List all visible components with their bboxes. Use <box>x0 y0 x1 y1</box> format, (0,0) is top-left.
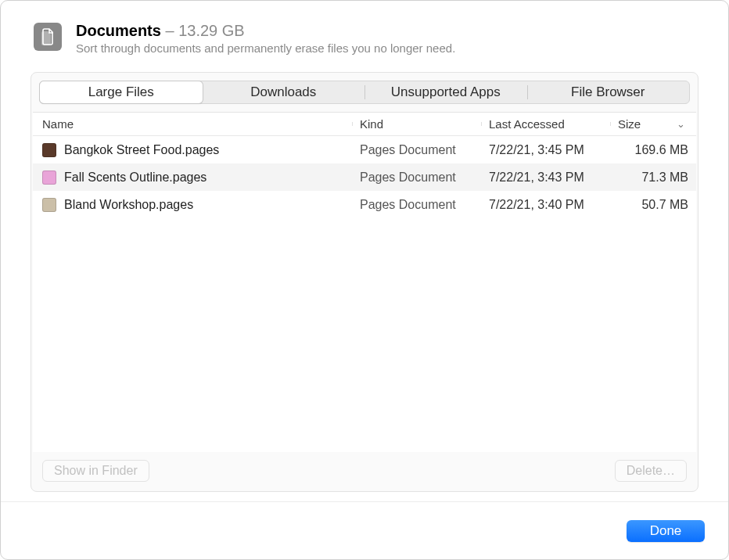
page-title: Documents – 13.29 GB <box>76 21 705 40</box>
documents-storage-window: Documents – 13.29 GB Sort through docume… <box>0 0 729 560</box>
cell-kind: Pages Document <box>352 171 481 185</box>
tab-bar: Large Files Downloads Unsupported Apps F… <box>39 81 690 104</box>
title-size: 13.29 GB <box>178 22 245 39</box>
file-table: Name Kind Last Accessed Size⌄ Bangkok St… <box>33 112 696 452</box>
chevron-down-icon: ⌄ <box>677 118 688 130</box>
file-name: Fall Scents Outline.pages <box>64 171 206 185</box>
cell-size: 71.3 MB <box>610 171 696 185</box>
file-icon <box>42 198 56 212</box>
cell-size: 50.7 MB <box>610 198 696 212</box>
file-icon <box>42 143 56 157</box>
table-header: Name Kind Last Accessed Size⌄ <box>33 113 696 136</box>
table-row[interactable]: Fall Scents Outline.pages Pages Document… <box>33 163 696 191</box>
title-label: Documents <box>76 22 161 39</box>
column-header-last-accessed[interactable]: Last Accessed <box>481 117 610 131</box>
tab-label: Unsupported Apps <box>391 84 501 100</box>
done-button[interactable]: Done <box>627 520 705 542</box>
header: Documents – 13.29 GB Sort through docume… <box>1 1 728 64</box>
subtitle: Sort through documents and permanently e… <box>76 41 705 55</box>
column-label: Last Accessed <box>489 117 565 131</box>
show-in-finder-button[interactable]: Show in Finder <box>42 460 149 482</box>
tab-downloads[interactable]: Downloads <box>203 81 365 103</box>
delete-button[interactable]: Delete… <box>615 460 687 482</box>
tab-large-files[interactable]: Large Files <box>40 81 203 103</box>
cell-last-accessed: 7/22/21, 3:45 PM <box>481 143 610 157</box>
column-header-size[interactable]: Size⌄ <box>610 117 696 131</box>
tab-label: File Browser <box>571 84 645 100</box>
cell-last-accessed: 7/22/21, 3:43 PM <box>481 171 610 185</box>
content-panel: Large Files Downloads Unsupported Apps F… <box>31 72 698 492</box>
file-name: Bland Workshop.pages <box>64 198 193 212</box>
table-row[interactable]: Bangkok Street Food.pages Pages Document… <box>33 136 696 163</box>
cell-name: Bangkok Street Food.pages <box>33 143 352 157</box>
footer: Done <box>1 501 728 559</box>
cell-last-accessed: 7/22/21, 3:40 PM <box>481 198 610 212</box>
actions-bar: Show in Finder Delete… <box>31 452 698 491</box>
tab-file-browser[interactable]: File Browser <box>527 81 690 103</box>
cell-name: Bland Workshop.pages <box>33 198 352 212</box>
tab-label: Downloads <box>250 84 316 100</box>
title-separator: – <box>161 22 178 39</box>
file-name: Bangkok Street Food.pages <box>64 143 219 157</box>
table-body: Bangkok Street Food.pages Pages Document… <box>33 136 696 452</box>
column-header-name[interactable]: Name <box>33 117 352 131</box>
tab-label: Large Files <box>88 84 154 100</box>
column-label: Size <box>618 117 641 131</box>
cell-size: 169.6 MB <box>610 143 696 157</box>
cell-name: Fall Scents Outline.pages <box>33 171 352 185</box>
file-icon <box>42 171 56 185</box>
tab-unsupported-apps[interactable]: Unsupported Apps <box>364 81 527 103</box>
cell-kind: Pages Document <box>352 198 481 212</box>
column-header-kind[interactable]: Kind <box>352 117 481 131</box>
table-row[interactable]: Bland Workshop.pages Pages Document 7/22… <box>33 191 696 218</box>
documents-icon <box>34 23 62 51</box>
header-text: Documents – 13.29 GB Sort through docume… <box>76 21 705 55</box>
cell-kind: Pages Document <box>352 143 481 157</box>
column-label: Kind <box>360 117 383 131</box>
column-label: Name <box>42 117 74 131</box>
